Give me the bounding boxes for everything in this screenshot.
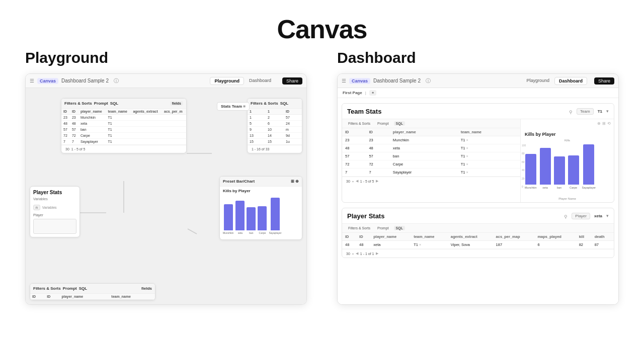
main-title: Canvas bbox=[277, 14, 367, 44]
player-header-icons: ⚲ bbox=[564, 211, 568, 220]
stats-team-label-node: Stats Team = bbox=[217, 102, 250, 111]
team-stats-section: Team Stats ⚲ Team T1 ▾ Filters & Sorts P… bbox=[342, 103, 614, 203]
share-button[interactable]: Share bbox=[282, 77, 302, 85]
right-sql-label: SQL bbox=[280, 101, 288, 106]
dash-col-id: ID bbox=[342, 128, 366, 136]
node-header-team-stats: Filters & Sorts Prompt SQL fields bbox=[61, 99, 186, 109]
right-pagination: 1 - 16 of 33 bbox=[248, 145, 302, 153]
chart-tool-3[interactable]: ⟲ bbox=[607, 121, 611, 126]
player-sql-btn[interactable]: SQL bbox=[394, 226, 405, 230]
dash-tab-dashboard[interactable]: Dashboard bbox=[554, 77, 587, 85]
dash-canvas-tag: Canvas bbox=[349, 78, 370, 84]
bar-group: Munchkin bbox=[223, 204, 233, 234]
team-stats-body: Filters & Sorts Prompt SQL ID ID player_… bbox=[342, 119, 614, 202]
dash-share-button[interactable]: Share bbox=[594, 77, 614, 85]
right-mini-table: 1 1 ID 12575624910m13149d15151u bbox=[248, 109, 302, 145]
rc2: 1 bbox=[266, 109, 284, 115]
playground-canvas: Filters & Sorts Prompt SQL fields ID ID … bbox=[26, 88, 306, 304]
dash-col-id2: ID bbox=[366, 128, 389, 136]
pc-acs: acs_per_map bbox=[493, 233, 535, 241]
dashboard-topbar: ☰ Canvas Dashboard Sample 2 ⓘ Playground… bbox=[338, 74, 618, 88]
node-sql-label: SQL bbox=[110, 101, 118, 106]
chart-tool-1[interactable]: ⊕ bbox=[597, 121, 601, 126]
bar-group: xeta bbox=[235, 201, 245, 234]
team-chart-area: ⊕ ⊞ ⟲ Kills by Player Kills 100806040200… bbox=[521, 119, 614, 202]
player-page-size: 30 bbox=[346, 252, 350, 256]
dash-tab-playground[interactable]: Playground bbox=[522, 77, 553, 85]
table-row: 15151u bbox=[248, 139, 302, 145]
bottom-node-header: Filters & Sorts Prompt SQL fields bbox=[30, 284, 155, 294]
chart-node-header: Preset Bar/Chart ⊞ ⊕ bbox=[220, 177, 302, 187]
dash-bar bbox=[568, 155, 579, 185]
bot-id-col: ID bbox=[30, 294, 45, 300]
table-row: 7272CarpeT1 × bbox=[342, 160, 520, 168]
node-filters-label: Filters & Sorts bbox=[64, 101, 92, 106]
bar bbox=[271, 198, 280, 230]
table-row: 77SayaplayerT1 × bbox=[342, 168, 520, 177]
table-row: 5757banT1 × bbox=[342, 152, 520, 160]
chart-tool-2[interactable]: ⊞ bbox=[602, 121, 606, 126]
team-prompt-btn[interactable]: Prompt bbox=[375, 121, 391, 126]
dash-topbar-tabs: Playground Dashboard bbox=[522, 77, 587, 85]
table-row: 4848xetaT1 ×Viper, Sova18768287 bbox=[342, 241, 614, 249]
bottom-table-node: Filters & Sorts Prompt SQL fields ID ID … bbox=[30, 283, 155, 300]
team-sql-btn[interactable]: SQL bbox=[394, 121, 405, 126]
panels-row: Playground ☰ Canvas Dashboard Sample 2 ⓘ… bbox=[0, 49, 644, 305]
dash-bar-group: ban bbox=[554, 156, 565, 189]
table-row: 5757banT1 bbox=[61, 127, 186, 133]
pg-page-info: 1 - 5 of 5 bbox=[71, 147, 86, 151]
player-stats-node: Player Stats Variables n Variables Playe… bbox=[30, 186, 80, 237]
table-row: 77SayaplayerT1 bbox=[61, 139, 186, 145]
team-stats-header: Team Stats ⚲ Team T1 ▾ bbox=[342, 104, 614, 119]
player-prev-btn[interactable]: ◀ bbox=[356, 251, 358, 256]
node-prompt-label: Prompt bbox=[94, 101, 108, 106]
player-pin-icon[interactable]: ⚲ bbox=[564, 214, 568, 219]
pc-kills: kill bbox=[576, 233, 592, 241]
variables-label: Variables bbox=[33, 197, 76, 201]
canvas-tag: Canvas bbox=[37, 78, 58, 84]
chart-toolbar: ⊕ ⊞ ⟲ bbox=[521, 119, 614, 128]
dash-next-btn[interactable]: ▶ bbox=[376, 179, 378, 183]
player-filters-btn[interactable]: Filters & Sorts bbox=[346, 226, 372, 230]
chart-icons: ⊞ ⊕ bbox=[291, 179, 299, 184]
chart-x-label: Player Name bbox=[521, 197, 614, 200]
player-filter-chevron[interactable]: ▾ bbox=[606, 213, 609, 218]
player-filter-value: xeta bbox=[594, 214, 602, 218]
team-filters-btn[interactable]: Filters & Sorts bbox=[346, 121, 372, 126]
player-page-chevron[interactable]: ▾ bbox=[352, 252, 354, 256]
bar-label: Carpe bbox=[259, 231, 266, 234]
tab-playground[interactable]: Playground bbox=[210, 77, 244, 85]
col-id2: ID bbox=[70, 109, 78, 115]
right-page-info: 1 - 16 of 33 bbox=[252, 147, 269, 151]
dash-page-chevron[interactable]: ▾ bbox=[352, 180, 354, 183]
player-prompt-btn[interactable]: Prompt bbox=[375, 226, 391, 230]
player-stats-header: Player Stats ⚲ Player xeta ▾ bbox=[342, 208, 614, 224]
table-row: 2323MunchkinT1 bbox=[61, 115, 186, 121]
team-stats-mini-table: ID ID player_name team_name agents_extra… bbox=[61, 109, 186, 145]
menu-icon[interactable]: ☰ bbox=[30, 78, 34, 83]
table-row: 13149d bbox=[248, 133, 302, 139]
y-axis-label: 0 bbox=[522, 185, 526, 188]
chart-node-title: Kills by Player bbox=[220, 187, 302, 194]
dash-menu-icon[interactable]: ☰ bbox=[342, 78, 346, 83]
right-node-header: Filters & Sorts SQL bbox=[248, 99, 302, 109]
dash-prev-btn[interactable]: ◀ bbox=[356, 179, 358, 183]
bottom-mini-table: ID ID player_name team_name bbox=[30, 294, 155, 300]
table-row: 910m bbox=[248, 127, 302, 133]
first-page-add[interactable]: + bbox=[369, 90, 377, 96]
player-dash-table: ID ID player_name team_name agents_extra… bbox=[342, 233, 614, 249]
dash-chart-title: Kills by Player bbox=[521, 128, 614, 139]
header-icons: ⚲ bbox=[569, 107, 573, 116]
pin-icon[interactable]: ⚲ bbox=[569, 110, 573, 115]
bar-label: xeta bbox=[238, 231, 243, 234]
dashboard-content: First Page | + Team Stats ⚲ Team T1 ▾ bbox=[338, 88, 618, 304]
player-next-btn[interactable]: ▶ bbox=[376, 251, 378, 256]
playground-panel-section: Playground ☰ Canvas Dashboard Sample 2 ⓘ… bbox=[20, 49, 312, 305]
tab-dashboard[interactable]: Dashboard bbox=[245, 77, 275, 85]
table-row: 5624 bbox=[248, 121, 302, 127]
pg-page-size: 30 bbox=[65, 147, 69, 151]
y-axis-label: 40 bbox=[522, 168, 526, 172]
y-axis-label: 100 bbox=[522, 144, 526, 147]
bar-group: Carpe bbox=[258, 206, 267, 234]
team-filter-chevron[interactable]: ▾ bbox=[606, 109, 609, 114]
